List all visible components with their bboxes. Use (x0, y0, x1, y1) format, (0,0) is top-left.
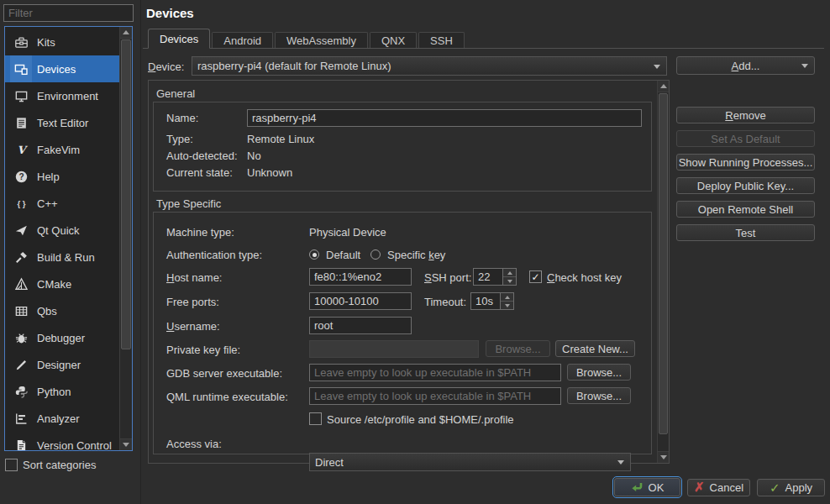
open-remote-shell-button[interactable]: Open Remote Shell (676, 201, 815, 218)
source-profile-checkbox[interactable] (309, 412, 322, 425)
gdb-server-input[interactable] (309, 364, 561, 381)
spin-buttons (502, 269, 516, 285)
apply-button[interactable]: ✓ Apply (757, 479, 825, 496)
sidebar-item-label: Build & Run (37, 251, 95, 264)
source-profile-label[interactable]: Source /etc/profile and $HOME/.profile (327, 413, 514, 426)
device-combobox[interactable]: raspberry-pi4 (default for Remote Linux) (192, 56, 667, 76)
devices-icon (10, 55, 32, 82)
scroll-down-button[interactable] (120, 438, 132, 450)
sidebar-item-fakevim[interactable]: FakeVim (5, 136, 120, 163)
sidebar-item-label: Devices (37, 63, 76, 76)
access-via-combobox[interactable]: Direct (309, 453, 631, 471)
triangle-down-icon (660, 455, 667, 459)
check-host-key-label[interactable]: Check host key (547, 271, 622, 284)
ok-arrow-icon (631, 482, 644, 493)
sidebar-item-c[interactable]: C++ (5, 190, 120, 217)
scrollbar-thumb[interactable] (121, 39, 131, 349)
cancel-button[interactable]: ✗ Cancel (687, 479, 750, 496)
sort-categories-checkbox[interactable] (5, 459, 18, 471)
qml-runtime-input[interactable] (309, 387, 561, 405)
remove-button-label: Remove (725, 109, 765, 122)
version-control-icon (10, 438, 32, 452)
text-editor-icon (10, 116, 32, 130)
ssh-port-spinbox[interactable]: 22 (473, 268, 517, 286)
triangle-down-icon (505, 304, 510, 307)
tab-webassembly[interactable]: WebAssembly (275, 32, 368, 48)
qml-browse-button[interactable]: Browse... (567, 387, 631, 404)
scroll-up-button[interactable] (120, 27, 132, 39)
sidebar-item-label: Python (37, 386, 71, 398)
panel-divider (140, 0, 141, 504)
sidebar-item-label: Debugger (37, 332, 85, 344)
sidebar-item-version-control[interactable]: Version Control (5, 432, 120, 451)
set-as-default-button[interactable]: Set As Default (676, 130, 815, 147)
sidebar-item-designer[interactable]: Designer (5, 351, 120, 378)
create-new-label: Create New... (562, 343, 628, 355)
autodetected-label: Auto-detected: (166, 150, 238, 162)
timeout-spinbox[interactable]: 10s (470, 292, 514, 310)
check-host-key-checkbox[interactable]: ✓ (529, 270, 542, 283)
spin-up-button[interactable] (501, 293, 513, 302)
sidebar-item-debugger[interactable]: Debugger (5, 324, 120, 351)
sidebar-item-qt-quick[interactable]: Qt Quick (5, 217, 120, 244)
sidebar-item-text-editor[interactable]: Text Editor (5, 109, 120, 136)
sidebar-item-kits[interactable]: Kits (5, 29, 120, 55)
scrollbar-thumb[interactable] (659, 93, 668, 434)
set-as-default-label: Set As Default (711, 133, 780, 145)
sidebar-item-devices[interactable]: Devices (5, 55, 120, 82)
qml-runtime-label: QML runtime executable: (166, 391, 288, 403)
sidebar-item-analyzer[interactable]: Analyzer (5, 405, 120, 432)
timeout-value: 10s (475, 295, 493, 307)
private-key-browse-button[interactable]: Browse... (486, 340, 550, 357)
deploy-public-key-label: Deploy Public Key... (697, 180, 794, 192)
sidebar-item-label: C++ (37, 197, 58, 210)
show-running-processes-label: Show Running Processes... (679, 156, 813, 169)
username-label: Username: (166, 320, 220, 333)
tab-qnx[interactable]: QNX (370, 32, 417, 48)
timeout-label: Timeout: (424, 296, 466, 308)
scroll-down-button[interactable] (658, 451, 669, 463)
ok-button[interactable]: OK (614, 478, 680, 496)
type-label: Type: (166, 133, 193, 145)
sidebar-item-cmake[interactable]: CMake (5, 270, 120, 297)
triangle-up-icon (505, 296, 510, 299)
spin-down-button[interactable] (503, 277, 516, 285)
sidebar-item-qbs[interactable]: Qbs (5, 297, 120, 324)
triangle-down-icon (507, 280, 512, 283)
host-name-input[interactable] (309, 268, 412, 286)
auth-specific-key-label[interactable]: Specific key (387, 249, 445, 261)
open-remote-shell-label: Open Remote Shell (698, 203, 793, 216)
free-ports-input[interactable] (309, 292, 412, 310)
tab-devices[interactable]: Devices (148, 29, 210, 49)
sidebar-item-help[interactable]: Help (5, 163, 120, 190)
machine-type-value: Physical Device (309, 226, 386, 239)
sidebar-item-python[interactable]: Python (5, 378, 120, 405)
triangle-down-icon (123, 443, 129, 447)
spin-up-button[interactable] (503, 269, 516, 277)
deploy-public-key-button[interactable]: Deploy Public Key... (676, 177, 815, 194)
tab-ssh[interactable]: SSH (418, 32, 465, 48)
scroll-up-button[interactable] (658, 81, 669, 92)
remove-button[interactable]: Remove (676, 107, 815, 123)
sidebar-item-environment[interactable]: Environment (5, 82, 120, 109)
name-input[interactable] (247, 109, 642, 127)
build-run-icon (10, 250, 32, 265)
username-input[interactable] (309, 317, 412, 334)
show-running-processes-button[interactable]: Show Running Processes... (676, 154, 815, 171)
auth-default-radio[interactable] (309, 249, 319, 260)
sidebar-item-label: Designer (37, 359, 81, 371)
add-button[interactable]: Add... (676, 56, 815, 75)
sort-categories-label: Sort categories (23, 459, 96, 471)
gdb-browse-button[interactable]: Browse... (567, 364, 631, 381)
auth-specific-key-radio[interactable] (370, 249, 381, 260)
tab-android[interactable]: Android (212, 32, 273, 48)
pane-scrollbar[interactable] (657, 81, 669, 463)
test-button[interactable]: Test (676, 224, 815, 241)
sidebar-item-build-run[interactable]: Build & Run (5, 244, 120, 270)
auth-default-label[interactable]: Default (326, 249, 360, 261)
filter-input[interactable] (3, 4, 134, 22)
sidebar-item-label: Qt Quick (37, 224, 80, 237)
create-new-key-button[interactable]: Create New... (555, 340, 635, 357)
sidebar-scrollbar[interactable] (119, 27, 132, 450)
spin-down-button[interactable] (501, 302, 513, 309)
